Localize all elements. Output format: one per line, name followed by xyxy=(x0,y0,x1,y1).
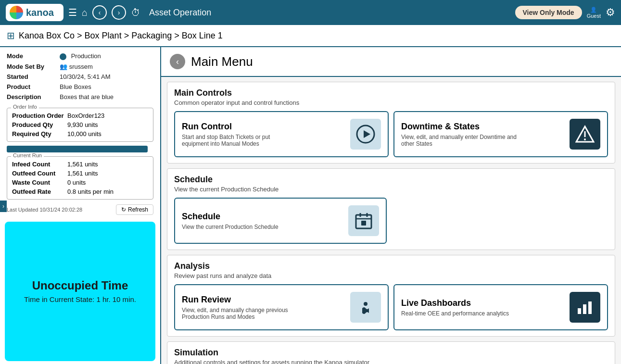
collapse-panel-button[interactable]: › xyxy=(0,201,7,212)
svg-rect-13 xyxy=(583,304,586,314)
main-controls-title: Main Controls xyxy=(174,88,608,98)
schedule-card[interactable]: Schedule View the current Production Sch… xyxy=(174,198,387,244)
production-order-value: BoxOrder123 xyxy=(67,112,104,119)
outfeed-count-label: Outfeed Count xyxy=(12,170,67,177)
schedule-card-title: Schedule xyxy=(182,212,279,222)
mode-value: Production xyxy=(60,52,101,60)
main-controls-subtitle: Common operator input and control functi… xyxy=(174,99,608,106)
run-control-title: Run Control xyxy=(182,122,297,132)
breadcrumb-path: Kanoa Box Co > Box Plant > Packaging > B… xyxy=(19,31,223,41)
svg-marker-1 xyxy=(364,130,370,138)
refresh-button[interactable]: ↻ Refresh xyxy=(116,204,153,215)
analysis-subtitle: Review past runs and analyze data xyxy=(174,272,608,279)
downtime-states-desc: View, edit, and manually enter Downtime … xyxy=(401,134,517,147)
left-panel: › Mode Production Mode Set By 👥 srussem … xyxy=(0,47,161,364)
infeed-count-label: Infeed Count xyxy=(12,161,67,168)
last-updated-text: Last Updated 10/31/24 20:02:28 xyxy=(7,207,82,213)
started-row: Started 10/30/24, 5:41 AM xyxy=(7,72,153,82)
simulation-subtitle: Additional controls and settings for ass… xyxy=(174,359,608,364)
refresh-icon: ↻ xyxy=(121,206,126,213)
live-dashboards-card[interactable]: Live Dashboards Real-time OEE and perfor… xyxy=(393,284,608,330)
simulation-section: Simulation Additional controls and setti… xyxy=(167,341,615,364)
guest-icon: 👤 xyxy=(587,7,601,13)
run-review-title: Run Review xyxy=(182,295,297,305)
live-dashboards-title: Live Dashboards xyxy=(401,298,509,308)
analysis-cards: Run Review View, edit, and manually chan… xyxy=(174,284,608,330)
last-updated: Last Updated 10/31/24 20:02:28 ↻ Refresh xyxy=(0,201,160,218)
run-review-icon-box xyxy=(350,292,381,323)
header: kanoa ☰ ⌂ ‹ › ⏱ Asset Operation View Onl… xyxy=(0,0,621,25)
run-review-card[interactable]: Run Review View, edit, and manually chan… xyxy=(174,284,389,330)
menu-icon[interactable]: ☰ xyxy=(68,7,77,18)
breadcrumb: ⊞ Kanoa Box Co > Box Plant > Packaging >… xyxy=(0,25,621,47)
unoccupied-subtitle: Time in Current State: 1 hr. 10 min. xyxy=(12,295,149,303)
warning-icon xyxy=(575,125,595,144)
mode-row: Mode Production xyxy=(7,51,153,62)
mode-set-by-row: Mode Set By 👥 srussem xyxy=(7,62,153,72)
home-icon[interactable]: ⌂ xyxy=(82,7,88,18)
outfeed-count-row: Outfeed Count 1,561 units xyxy=(12,169,148,178)
main-menu-back-button[interactable]: ‹ xyxy=(170,54,185,69)
view-only-button[interactable]: View Only Mode xyxy=(515,6,582,19)
play-icon xyxy=(356,125,375,144)
waste-count-row: Waste Count 0 units xyxy=(12,178,148,187)
downtime-states-card[interactable]: Downtime & States View, edit, and manual… xyxy=(393,111,608,157)
analysis-section: Analysis Review past runs and analyze da… xyxy=(167,255,615,337)
mode-label: Mode xyxy=(7,52,60,60)
downtime-states-icon-box xyxy=(570,119,600,150)
current-run-box: Current Run Infeed Count 1,561 units Out… xyxy=(7,156,153,200)
run-icon xyxy=(356,298,375,317)
produced-qty-value: 9,930 units xyxy=(67,121,98,128)
started-label: Started xyxy=(7,73,60,80)
production-order-row: Production Order BoxOrder123 xyxy=(12,111,148,120)
required-qty-row: Required Qty 10,000 units xyxy=(12,129,148,138)
description-label: Description xyxy=(7,93,60,100)
mode-dot xyxy=(60,53,66,60)
production-order-label: Production Order xyxy=(12,112,67,119)
required-qty-value: 10,000 units xyxy=(67,130,101,138)
run-control-text: Run Control Start and stop Batch Tickets… xyxy=(182,122,297,147)
run-control-card[interactable]: Run Control Start and stop Batch Tickets… xyxy=(174,111,389,157)
forward-nav-button[interactable]: › xyxy=(112,5,126,20)
required-qty-label: Required Qty xyxy=(12,130,67,138)
svg-point-4 xyxy=(584,138,586,140)
breadcrumb-icon: ⊞ xyxy=(7,30,15,41)
main-menu-title: Main Menu xyxy=(191,54,253,69)
schedule-card-text: Schedule View the current Production Sch… xyxy=(182,212,279,230)
description-row: Description Boxes that are blue xyxy=(7,92,153,102)
mode-set-by-value: 👥 srussem xyxy=(60,63,93,70)
outfeed-count-value: 1,561 units xyxy=(67,170,98,177)
live-dashboards-text: Live Dashboards Real-time OEE and perfor… xyxy=(401,298,509,317)
logo[interactable]: kanoa xyxy=(6,4,63,21)
logo-text: kanoa xyxy=(26,7,54,18)
product-label: Product xyxy=(7,83,60,90)
back-nav-button[interactable]: ‹ xyxy=(92,5,107,20)
schedule-cards: Schedule View the current Production Sch… xyxy=(174,198,608,244)
settings-icon[interactable]: ⚙ xyxy=(606,6,615,19)
calendar-icon xyxy=(354,211,373,230)
main-controls-section: Main Controls Common operator input and … xyxy=(167,82,615,163)
mode-set-by-label: Mode Set By xyxy=(7,63,60,70)
refresh-label: Refresh xyxy=(128,206,148,213)
produced-qty-label: Produced Qty xyxy=(12,121,67,128)
history-icon[interactable]: ⏱ xyxy=(131,7,140,18)
analysis-title: Analysis xyxy=(174,261,608,271)
user-icon: 👥 xyxy=(60,63,69,70)
waste-count-value: 0 units xyxy=(67,179,86,186)
svg-rect-14 xyxy=(588,301,592,314)
downtime-states-text: Downtime & States View, edit, and manual… xyxy=(401,122,517,147)
outfeed-rate-value: 0.8 units per min xyxy=(67,188,114,195)
unoccupied-time-box: Unoccupied Time Time in Current State: 1… xyxy=(5,222,155,361)
waste-count-label: Waste Count xyxy=(12,179,67,186)
page-title: Asset Operation xyxy=(149,8,510,18)
progress-bar-container xyxy=(7,146,153,152)
run-review-text: Run Review View, edit, and manually chan… xyxy=(182,295,297,320)
live-dashboards-desc: Real-time OEE and performance analytics xyxy=(401,310,509,317)
schedule-icon-box xyxy=(348,205,379,236)
started-value: 10/30/24, 5:41 AM xyxy=(60,73,111,80)
schedule-card-desc: View the current Production Schedule xyxy=(182,224,279,230)
svg-rect-12 xyxy=(578,308,581,314)
run-control-desc: Start and stop Batch Tickets or put equi… xyxy=(182,134,297,147)
unoccupied-title: Unoccupied Time xyxy=(12,279,149,292)
order-info-label: Order Info xyxy=(11,104,39,110)
